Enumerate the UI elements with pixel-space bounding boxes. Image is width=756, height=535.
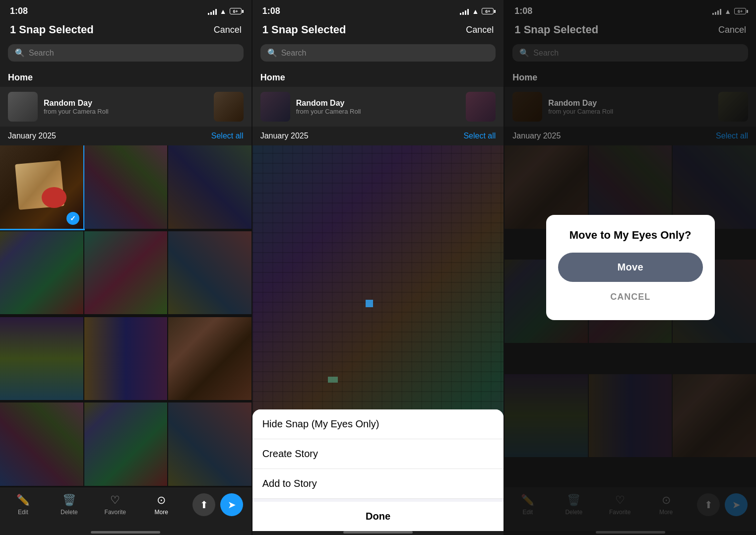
header-left: 1 Snap Selected Cancel <box>0 19 252 41</box>
edit-label-left: Edit <box>18 509 28 516</box>
month-row-mid: January 2025 Select all <box>252 127 504 145</box>
toolbar-edit-left[interactable]: ✏️ Edit <box>8 494 38 516</box>
status-icons-mid: ▲ 6+ <box>460 7 494 15</box>
action-add-to-story[interactable]: Add to Story <box>252 469 504 499</box>
dialog-box: Move to My Eyes Only? Move CANCEL <box>546 215 715 320</box>
wifi-icon-left: ▲ <box>220 7 227 15</box>
dialog-title: Move to My Eyes Only? <box>558 229 703 242</box>
search-wrapper-mid[interactable]: 🔍 Search <box>260 44 496 62</box>
blue-pixel <box>366 300 373 307</box>
action-create-story[interactable]: Create Story <box>252 439 504 469</box>
memories-banner-mid: Random Day from your Camera Roll <box>252 87 504 127</box>
photo-cell-9[interactable] <box>168 317 252 401</box>
photo-cell-10[interactable] <box>0 402 83 486</box>
toolbar-send-group-left: ⬆ ➤ <box>192 493 243 516</box>
photo-cell-2[interactable] <box>84 145 168 229</box>
cancel-button-left[interactable]: Cancel <box>214 25 242 35</box>
home-bar-left <box>91 531 160 534</box>
photo-cell-4[interactable] <box>0 231 83 315</box>
tab-home-left[interactable]: Home <box>8 72 33 83</box>
header-mid: 1 Snap Selected Cancel <box>252 19 504 41</box>
section-header-left: Home <box>0 67 252 87</box>
photo-cell-8[interactable] <box>84 317 168 401</box>
month-label-mid: January 2025 <box>260 132 309 140</box>
search-placeholder-left: Search <box>29 49 54 58</box>
tab-home-mid[interactable]: Home <box>260 72 285 83</box>
memories-text-left: Random Day from your Camera Roll <box>44 99 208 115</box>
battery-icon-left: 6+ <box>230 8 242 14</box>
toolbar-more-left[interactable]: ⊙ More <box>146 494 176 516</box>
checkmark-icon: ✓ <box>66 212 79 225</box>
delete-icon-left: 🗑️ <box>63 494 76 507</box>
header-title-mid: 1 Snap Selected <box>262 23 346 36</box>
search-bar-left: 🔍 Search <box>0 41 252 67</box>
memories-thumb2-mid <box>466 92 496 122</box>
toolbar-delete-left[interactable]: 🗑️ Delete <box>54 494 84 516</box>
more-icon-left: ⊙ <box>157 494 166 507</box>
select-all-mid[interactable]: Select all <box>463 132 496 140</box>
memories-thumb2-left <box>214 92 244 122</box>
dialog-cancel-button[interactable]: CANCEL <box>558 284 703 310</box>
sauce-shape <box>42 187 66 208</box>
cancel-button-mid[interactable]: Cancel <box>466 25 494 35</box>
status-time-left: 1:08 <box>10 6 28 16</box>
favorite-icon-left: ♡ <box>110 494 120 507</box>
favorite-label-left: Favorite <box>105 509 126 516</box>
memories-subtitle-left: from your Camera Roll <box>44 108 208 115</box>
toolbar-favorite-left[interactable]: ♡ Favorite <box>100 494 130 516</box>
select-all-left[interactable]: Select all <box>211 132 244 140</box>
search-icon-mid: 🔍 <box>267 48 277 58</box>
status-bar-left: 1:08 ▲ 6+ <box>0 0 252 19</box>
move-button[interactable]: Move <box>558 253 703 282</box>
home-indicator-left <box>0 531 252 535</box>
memories-banner-left: Random Day from your Camera Roll <box>0 87 252 127</box>
status-bar-mid: 1:08 ▲ 6+ <box>252 0 504 19</box>
header-title-left: 1 Snap Selected <box>10 23 94 36</box>
delete-label-left: Delete <box>61 509 78 516</box>
memories-text-mid: Random Day from your Camera Roll <box>296 99 460 115</box>
battery-icon-mid: 6+ <box>482 8 494 14</box>
memories-title-mid: Random Day <box>296 99 460 108</box>
signal-icon-left <box>208 8 217 15</box>
section-header-mid: Home <box>252 67 504 87</box>
status-time-mid: 1:08 <box>262 6 280 16</box>
action-sheet-overlay: Hide Snap (My Eyes Only) Create Story Ad… <box>252 409 504 531</box>
photo-cell-12[interactable] <box>168 402 252 486</box>
search-bar-mid: 🔍 Search <box>252 41 504 67</box>
signal-icon-mid <box>460 8 469 15</box>
home-indicator-mid <box>252 531 504 535</box>
panel-right: 1:08 ▲ 6+ 1 Snap Selected Cancel 🔍 Searc… <box>504 0 756 535</box>
action-hide-snap[interactable]: Hide Snap (My Eyes Only) <box>252 409 504 439</box>
upload-btn-left[interactable]: ⬆ <box>192 493 215 516</box>
dialog-overlay: Move to My Eyes Only? Move CANCEL <box>504 0 756 535</box>
panel-left: 1:08 ▲ 6+ 1 Snap Selected Cancel 🔍 Searc… <box>0 0 252 535</box>
more-label-left: More <box>155 509 168 516</box>
snap-send-btn-left[interactable]: ➤ <box>220 493 243 516</box>
green-pixel <box>328 377 338 383</box>
memories-subtitle-mid: from your Camera Roll <box>296 108 460 115</box>
photo-cell-6[interactable] <box>168 231 252 315</box>
photo-cell-5[interactable] <box>84 231 168 315</box>
memories-thumb-left <box>8 92 38 122</box>
action-done-btn[interactable]: Done <box>252 499 504 531</box>
panel-middle: 1:08 ▲ 6+ 1 Snap Selected Cancel 🔍 Searc… <box>252 0 504 535</box>
photo-cell-3[interactable] <box>168 145 252 229</box>
wifi-icon-mid: ▲ <box>472 7 479 15</box>
action-sheet: Hide Snap (My Eyes Only) Create Story Ad… <box>252 409 504 531</box>
search-wrapper-left[interactable]: 🔍 Search <box>8 44 244 62</box>
photo-cell-selected[interactable]: ✓ <box>0 145 83 229</box>
search-placeholder-mid: Search <box>281 49 307 58</box>
photo-grid-left: ✓ <box>0 145 252 487</box>
search-icon-left: 🔍 <box>15 48 25 58</box>
home-bar-mid <box>343 531 413 534</box>
edit-icon-left: ✏️ <box>16 494 30 507</box>
status-icons-left: ▲ 6+ <box>208 7 242 15</box>
memories-title-left: Random Day <box>44 99 208 108</box>
bottom-toolbar-left: ✏️ Edit 🗑️ Delete ♡ Favorite ⊙ More ⬆ ➤ <box>0 487 252 531</box>
photo-cell-7[interactable] <box>0 317 83 401</box>
memories-thumb-mid <box>260 92 290 122</box>
expanded-photo-area: Hide Snap (My Eyes Only) Create Story Ad… <box>252 145 504 531</box>
month-row-left: January 2025 Select all <box>0 127 252 145</box>
photo-cell-11[interactable] <box>84 402 168 486</box>
month-label-left: January 2025 <box>8 132 56 140</box>
